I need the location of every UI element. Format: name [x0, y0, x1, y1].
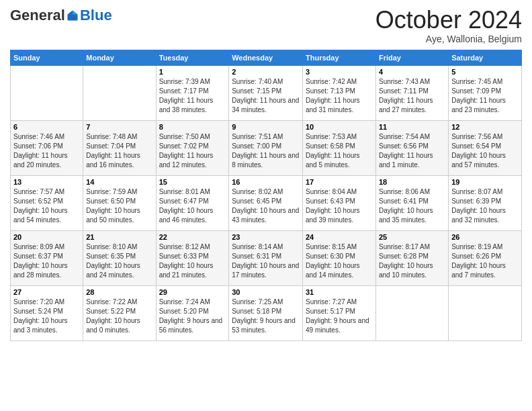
- day-number: 21: [86, 233, 152, 241]
- day-info: Sunrise: 7:27 AMSunset: 5:17 PMDaylight:…: [306, 298, 373, 335]
- calendar-week-4: 20Sunrise: 8:09 AMSunset: 6:37 PMDayligh…: [11, 230, 522, 285]
- day-info: Sunrise: 7:24 AMSunset: 5:20 PMDaylight:…: [159, 298, 226, 335]
- day-number: 28: [86, 288, 152, 296]
- weekday-header-row: SundayMondayTuesdayWednesdayThursdayFrid…: [11, 50, 522, 65]
- day-number: 18: [379, 178, 445, 186]
- calendar-cell: 10Sunrise: 7:53 AMSunset: 6:58 PMDayligh…: [303, 120, 376, 175]
- calendar-cell: 7Sunrise: 7:48 AMSunset: 7:04 PMDaylight…: [83, 120, 156, 175]
- day-number: 11: [379, 123, 445, 131]
- svg-marker-1: [73, 11, 78, 15]
- calendar-cell: 20Sunrise: 8:09 AMSunset: 6:37 PMDayligh…: [11, 230, 83, 285]
- day-info: Sunrise: 7:25 AMSunset: 5:18 PMDaylight:…: [232, 298, 300, 335]
- day-number: 13: [13, 178, 80, 186]
- day-info: Sunrise: 8:04 AMSunset: 6:43 PMDaylight:…: [306, 187, 373, 225]
- day-number: 7: [86, 123, 152, 131]
- day-number: 6: [13, 123, 80, 131]
- day-info: Sunrise: 7:22 AMSunset: 5:22 PMDaylight:…: [86, 298, 152, 335]
- calendar-cell: 12Sunrise: 7:56 AMSunset: 6:54 PMDayligh…: [449, 120, 522, 175]
- day-number: 31: [306, 288, 373, 296]
- day-info: Sunrise: 8:19 AMSunset: 6:26 PMDaylight:…: [451, 242, 519, 280]
- day-info: Sunrise: 7:59 AMSunset: 6:50 PMDaylight:…: [86, 187, 152, 225]
- weekday-tuesday: Tuesday: [156, 50, 229, 65]
- day-info: Sunrise: 8:15 AMSunset: 6:30 PMDaylight:…: [306, 242, 373, 280]
- day-number: 15: [159, 178, 226, 186]
- day-info: Sunrise: 7:45 AMSunset: 7:09 PMDaylight:…: [451, 77, 519, 115]
- page: General Blue October 2024 Aye, Wallonia,…: [0, 0, 532, 411]
- day-info: Sunrise: 7:50 AMSunset: 7:02 PMDaylight:…: [159, 132, 226, 170]
- weekday-monday: Monday: [83, 50, 156, 65]
- calendar-cell: 1Sunrise: 7:39 AMSunset: 7:17 PMDaylight…: [156, 65, 229, 120]
- calendar-cell: 4Sunrise: 7:43 AMSunset: 7:11 PMDaylight…: [375, 65, 448, 120]
- calendar-table: SundayMondayTuesdayWednesdayThursdayFrid…: [10, 50, 522, 341]
- calendar-cell: 31Sunrise: 7:27 AMSunset: 5:17 PMDayligh…: [303, 285, 376, 340]
- header: General Blue October 2024 Aye, Wallonia,…: [10, 7, 522, 44]
- day-info: Sunrise: 8:17 AMSunset: 6:28 PMDaylight:…: [379, 242, 445, 280]
- day-info: Sunrise: 7:56 AMSunset: 6:54 PMDaylight:…: [451, 132, 519, 170]
- calendar-cell: 19Sunrise: 8:07 AMSunset: 6:39 PMDayligh…: [449, 175, 522, 230]
- calendar-cell: 28Sunrise: 7:22 AMSunset: 5:22 PMDayligh…: [83, 285, 156, 340]
- calendar-cell: [449, 285, 522, 340]
- calendar-cell: [83, 65, 156, 120]
- logo-text: General Blue: [10, 7, 112, 24]
- day-info: Sunrise: 8:01 AMSunset: 6:47 PMDaylight:…: [159, 187, 226, 225]
- day-info: Sunrise: 7:43 AMSunset: 7:11 PMDaylight:…: [379, 77, 445, 115]
- weekday-saturday: Saturday: [449, 50, 522, 65]
- day-number: 30: [232, 288, 300, 296]
- calendar-cell: 6Sunrise: 7:46 AMSunset: 7:06 PMDaylight…: [11, 120, 83, 175]
- calendar-week-2: 6Sunrise: 7:46 AMSunset: 7:06 PMDaylight…: [11, 120, 522, 175]
- day-info: Sunrise: 7:57 AMSunset: 6:52 PMDaylight:…: [13, 187, 80, 225]
- logo-general: General: [10, 7, 65, 24]
- day-info: Sunrise: 8:09 AMSunset: 6:37 PMDaylight:…: [13, 242, 80, 280]
- calendar-cell: 5Sunrise: 7:45 AMSunset: 7:09 PMDaylight…: [449, 65, 522, 120]
- calendar-cell: 27Sunrise: 7:20 AMSunset: 5:24 PMDayligh…: [11, 285, 83, 340]
- calendar-cell: 23Sunrise: 8:14 AMSunset: 6:31 PMDayligh…: [229, 230, 303, 285]
- day-info: Sunrise: 8:07 AMSunset: 6:39 PMDaylight:…: [451, 187, 519, 225]
- calendar-cell: 3Sunrise: 7:42 AMSunset: 7:13 PMDaylight…: [303, 65, 376, 120]
- day-info: Sunrise: 7:42 AMSunset: 7:13 PMDaylight:…: [306, 77, 373, 115]
- day-number: 25: [379, 233, 445, 241]
- day-number: 4: [379, 68, 445, 76]
- calendar-cell: 11Sunrise: 7:54 AMSunset: 6:56 PMDayligh…: [375, 120, 448, 175]
- weekday-sunday: Sunday: [11, 50, 83, 65]
- day-number: 16: [232, 178, 300, 186]
- day-info: Sunrise: 7:39 AMSunset: 7:17 PMDaylight:…: [159, 77, 226, 115]
- day-number: 9: [232, 123, 300, 131]
- location-title: Aye, Wallonia, Belgium: [375, 34, 522, 44]
- calendar-cell: 13Sunrise: 7:57 AMSunset: 6:52 PMDayligh…: [11, 175, 83, 230]
- calendar-cell: 24Sunrise: 8:15 AMSunset: 6:30 PMDayligh…: [303, 230, 376, 285]
- day-number: 19: [451, 178, 519, 186]
- day-number: 22: [159, 233, 226, 241]
- day-info: Sunrise: 7:20 AMSunset: 5:24 PMDaylight:…: [13, 298, 80, 335]
- calendar-cell: 26Sunrise: 8:19 AMSunset: 6:26 PMDayligh…: [449, 230, 522, 285]
- day-info: Sunrise: 7:53 AMSunset: 6:58 PMDaylight:…: [306, 132, 373, 170]
- day-number: 12: [451, 123, 519, 131]
- day-info: Sunrise: 8:14 AMSunset: 6:31 PMDaylight:…: [232, 242, 300, 280]
- day-number: 23: [232, 233, 300, 241]
- day-number: 10: [306, 123, 373, 131]
- calendar-cell: 30Sunrise: 7:25 AMSunset: 5:18 PMDayligh…: [229, 285, 303, 340]
- calendar-cell: [375, 285, 448, 340]
- weekday-wednesday: Wednesday: [229, 50, 303, 65]
- day-number: 17: [306, 178, 373, 186]
- calendar-cell: 9Sunrise: 7:51 AMSunset: 7:00 PMDaylight…: [229, 120, 303, 175]
- day-number: 14: [86, 178, 152, 186]
- day-number: 8: [159, 123, 226, 131]
- month-title: October 2024: [375, 7, 522, 34]
- day-info: Sunrise: 8:06 AMSunset: 6:41 PMDaylight:…: [379, 187, 445, 225]
- calendar-cell: 17Sunrise: 8:04 AMSunset: 6:43 PMDayligh…: [303, 175, 376, 230]
- day-number: 20: [13, 233, 80, 241]
- day-info: Sunrise: 7:51 AMSunset: 7:00 PMDaylight:…: [232, 132, 300, 170]
- calendar-week-3: 13Sunrise: 7:57 AMSunset: 6:52 PMDayligh…: [11, 175, 522, 230]
- calendar-week-1: 1Sunrise: 7:39 AMSunset: 7:17 PMDaylight…: [11, 65, 522, 120]
- logo-blue: Blue: [80, 7, 112, 24]
- calendar-cell: 16Sunrise: 8:02 AMSunset: 6:45 PMDayligh…: [229, 175, 303, 230]
- weekday-thursday: Thursday: [303, 50, 376, 65]
- day-number: 3: [306, 68, 373, 76]
- calendar-week-5: 27Sunrise: 7:20 AMSunset: 5:24 PMDayligh…: [11, 285, 522, 340]
- calendar-cell: 22Sunrise: 8:12 AMSunset: 6:33 PMDayligh…: [156, 230, 229, 285]
- calendar-cell: 2Sunrise: 7:40 AMSunset: 7:15 PMDaylight…: [229, 65, 303, 120]
- day-info: Sunrise: 8:10 AMSunset: 6:35 PMDaylight:…: [86, 242, 152, 280]
- day-info: Sunrise: 7:46 AMSunset: 7:06 PMDaylight:…: [13, 132, 80, 170]
- day-number: 26: [451, 233, 519, 241]
- day-number: 24: [306, 233, 373, 241]
